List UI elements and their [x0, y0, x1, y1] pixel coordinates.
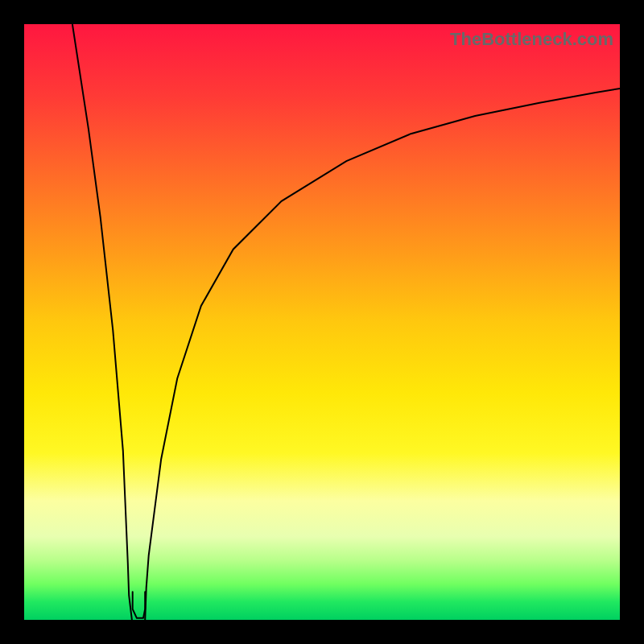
fiducial-u-marker — [133, 592, 146, 618]
chart-curves — [24, 24, 620, 620]
series-right-branch — [145, 89, 620, 620]
series-left-branch — [72, 24, 132, 620]
watermark-text: TheBottleneck.com — [450, 29, 613, 50]
chart-plot-area: TheBottleneck.com — [24, 24, 620, 620]
chart-frame: TheBottleneck.com — [0, 0, 644, 644]
